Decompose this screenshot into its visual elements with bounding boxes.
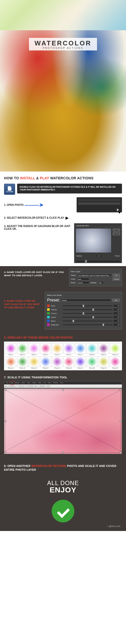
bw-slider-track[interactable]: [63, 313, 112, 314]
watercolor-thumb[interactable]: Photo 12: [17, 356, 28, 369]
watercolor-thumb[interactable]: Photo 19: [98, 356, 109, 369]
step4-row: 4. NAME YOUR LAYER OR JUST CLICK OK IF Y…: [4, 266, 122, 286]
watercolor-thumb[interactable]: Photo 20: [110, 356, 120, 369]
newlayer-name-label: Name:: [71, 274, 76, 276]
thumb-label: Photo 19: [98, 367, 109, 369]
bw-slider-label: Blues:: [51, 320, 61, 322]
watercolor-thumb[interactable]: Photo 8: [87, 343, 97, 355]
watercolor-thumb[interactable]: Photo 5: [52, 343, 62, 355]
gaussian-title: Gaussian Blur: [74, 223, 122, 227]
watercolor-thumb[interactable]: Photo 2: [17, 343, 28, 355]
bw-slider-value[interactable]: 60: [114, 316, 120, 318]
newlayer-cancel-button[interactable]: Cancel: [113, 277, 120, 281]
bw-slider-value[interactable]: 40: [114, 305, 120, 307]
bw-slider-label: Cyans:: [51, 316, 61, 318]
watercolor-thumb[interactable]: Photo 14: [40, 356, 51, 369]
instructions-dark: 4. NAME YOUR LAYER OR JUST CLICK OK IF Y…: [0, 266, 126, 531]
newlayer-name-field[interactable]: Your Watercolor Layer Or Script Opacity …: [77, 274, 112, 276]
thumb-image: [87, 356, 97, 367]
watercolor-thumb[interactable]: Photo 17: [75, 356, 86, 369]
step1-row: 1. OPEN PHOTO — — — ➤ ☚: [4, 197, 122, 212]
bw-slider-row: Magentas:80: [47, 323, 120, 326]
watercolor-thumb[interactable]: Photo 6: [64, 343, 74, 355]
play-glyph-icon: ▶: [66, 215, 69, 220]
bw-slider-knob[interactable]: [103, 324, 104, 326]
watercolor-thumb[interactable]: Photo 11: [6, 356, 16, 369]
menu-image[interactable]: Image: [15, 382, 20, 383]
thumb-label: Photo 3: [29, 354, 39, 355]
photoshop-menubar: FileEditImageLayerTypeSelectFilter3DView…: [4, 381, 122, 384]
gaussian-radius-value[interactable]: 2.0: [97, 255, 101, 257]
newlayer-mode-select[interactable]: Normal: [77, 281, 89, 284]
opt-x[interactable]: X: 960.00 px: [7, 385, 16, 387]
opt-w[interactable]: W: 100.00%: [26, 385, 34, 387]
bw-slider-knob[interactable]: [92, 316, 94, 318]
bw-slider-track[interactable]: [63, 321, 112, 321]
watercolor-thumb[interactable]: Photo 9: [98, 343, 109, 355]
thumb-image: [40, 343, 51, 354]
opt-angle[interactable]: 0.00°: [46, 385, 50, 387]
watercolor-thumb[interactable]: Photo 1: [6, 343, 16, 355]
bw-slider-value[interactable]: 20: [114, 320, 120, 322]
opt-y[interactable]: Y: 540.00 px: [17, 385, 25, 387]
menu-filter[interactable]: Filter: [38, 382, 42, 383]
bw-slider-knob[interactable]: [73, 320, 74, 322]
watercolor-thumb[interactable]: Photo 10: [110, 343, 120, 355]
watercolor-thumb[interactable]: Photo 4: [40, 343, 51, 355]
menu-edit[interactable]: Edit: [10, 382, 14, 383]
all-done: ALL DONE ENJOY: [4, 480, 122, 522]
newlayer-ok-button[interactable]: OK: [113, 274, 120, 277]
step5-row: 5. NAME YOUR LAYER OR JUST CLICK OK IF Y…: [4, 292, 122, 329]
watercolor-thumb[interactable]: Photo 13: [29, 356, 39, 369]
bw-swatch: [47, 304, 50, 307]
menu-view[interactable]: View: [47, 382, 51, 383]
gaussian-blur-dialog: Gaussian Blur OK Cancel Radius: 2.0 Pixe…: [74, 223, 122, 263]
gaussian-cancel-button[interactable]: Cancel: [113, 232, 120, 235]
gaussian-slider[interactable]: [76, 261, 120, 262]
bw-slider-row: Greens:40: [47, 312, 120, 315]
menu-window[interactable]: Window: [53, 382, 58, 383]
howto-heading: HOW TO INSTALL & PLAY WATERCOLOR ACTIONS: [4, 176, 122, 180]
step2-row: 2. SELECT WATERCOLOR EFFECT & CLICK PLAY…: [4, 215, 122, 220]
bw-preset-select[interactable]: Default: [61, 299, 111, 301]
step5-text: 5. NAME YOUR LAYER OR JUST CLICK OK IF Y…: [4, 292, 42, 309]
bw-slider-knob[interactable]: [92, 309, 94, 311]
menu-type[interactable]: Type: [27, 382, 30, 383]
watercolor-thumb[interactable]: Photo 15: [52, 356, 62, 369]
menu-3d[interactable]: 3D: [43, 382, 46, 383]
bw-slider-label: Greens:: [51, 313, 61, 314]
done-line2: ENJOY: [4, 486, 122, 494]
bw-slider-track[interactable]: [63, 324, 112, 325]
menu-layer[interactable]: Layer: [21, 382, 25, 383]
newlayer-title: New Layer: [71, 270, 120, 273]
transform-canvas[interactable]: [4, 388, 122, 454]
bw-slider-track[interactable]: [63, 309, 112, 310]
gaussian-ok-button[interactable]: OK: [113, 229, 120, 232]
anchor-icon[interactable]: ▦: [5, 385, 7, 387]
bw-slider-knob[interactable]: [83, 305, 84, 307]
thumb-label: Photo 8: [87, 354, 97, 355]
bw-slider-value[interactable]: 40: [114, 312, 120, 314]
transform-diagonals: [5, 390, 121, 453]
menu-help[interactable]: Help: [60, 382, 63, 383]
opt-h[interactable]: H: 100.00%: [37, 385, 45, 387]
bw-ok-button[interactable]: OK: [112, 299, 120, 302]
newlayer-opacity-field[interactable]: 100: [98, 281, 104, 284]
newlayer-color-select[interactable]: None: [77, 278, 89, 280]
step6-title: 6. OPEN ANY OF THESE WATER COLOR PHOTOS: [4, 336, 122, 339]
thumb-image: [40, 356, 51, 367]
bw-slider-row: Yellows:60: [47, 308, 120, 311]
bw-slider-track[interactable]: [63, 317, 112, 318]
watercolor-thumb[interactable]: Photo 3: [29, 343, 39, 355]
bw-slider-value[interactable]: 60: [114, 309, 120, 311]
menu-select[interactable]: Select: [32, 382, 37, 383]
link-icon[interactable]: ⛓: [35, 385, 36, 387]
menu-file[interactable]: File: [6, 382, 9, 383]
watercolor-thumb[interactable]: Photo 7: [75, 343, 86, 355]
bw-slider-knob[interactable]: [83, 312, 84, 315]
thumb-label: Photo 4: [40, 354, 51, 355]
watercolor-thumb[interactable]: Photo 16: [64, 356, 74, 369]
watercolor-thumb[interactable]: Photo 18: [87, 356, 97, 369]
bw-slider-track[interactable]: [63, 305, 112, 306]
bw-slider-value[interactable]: 80: [114, 324, 120, 326]
